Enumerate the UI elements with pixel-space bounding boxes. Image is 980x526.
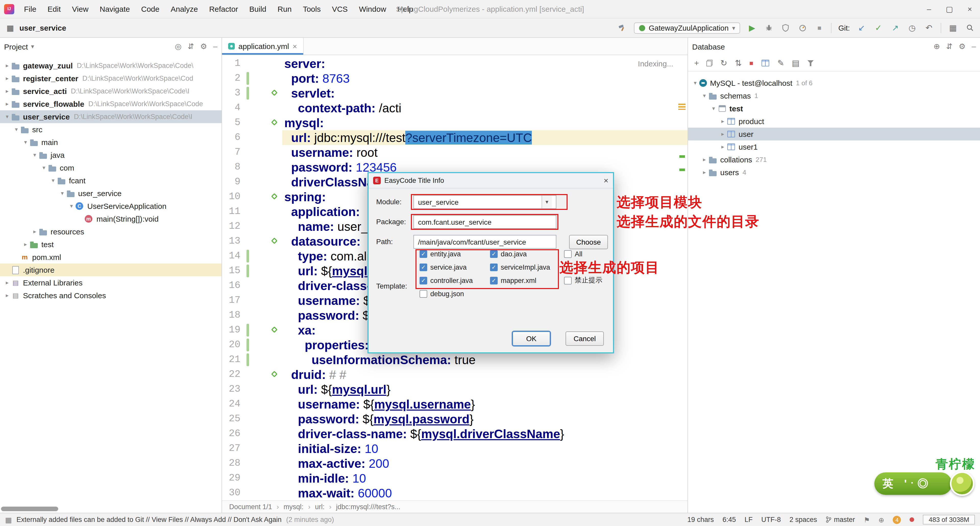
- run-configuration-select[interactable]: GatewayZuulApplication ▾: [634, 22, 740, 33]
- editor-line[interactable]: 30 max-wait: 60000: [222, 486, 687, 500]
- minimize-icon[interactable]: –: [919, 0, 939, 18]
- file-encoding[interactable]: UTF-8: [761, 516, 781, 523]
- project-tree-item[interactable]: .gitignore: [0, 263, 221, 276]
- globe-icon[interactable]: ⊕: [878, 515, 884, 524]
- checkbox-checked-icon[interactable]: ✓: [490, 263, 498, 271]
- path-input[interactable]: /main/java/com/fcant/user_service: [414, 235, 556, 249]
- editor-line[interactable]: 3 servlet:: [222, 86, 687, 100]
- project-tree-item[interactable]: ▾CUserServiceApplication: [0, 200, 221, 212]
- project-tree-item[interactable]: ▸test: [0, 238, 221, 251]
- editor-line[interactable]: 4 context-path: /acti: [222, 100, 687, 115]
- project-tree-item[interactable]: ▾fcant: [0, 174, 221, 187]
- menu-vcs[interactable]: VCS: [326, 0, 353, 18]
- chevron-right-icon[interactable]: ▸: [719, 118, 727, 124]
- chevron-right-icon[interactable]: ▸: [3, 88, 11, 94]
- editor-line[interactable]: 21 useInformationSchema: true: [222, 352, 687, 367]
- menu-tools[interactable]: Tools: [298, 0, 326, 18]
- project-tree-item[interactable]: ▾main: [0, 136, 221, 148]
- project-tree-item[interactable]: ▾user_serviceD:\LinkSpace\Work\WorkSpace…: [0, 110, 221, 123]
- fold-marker-icon[interactable]: [271, 89, 277, 96]
- coverage-shield-icon[interactable]: [781, 24, 791, 32]
- duplicate-icon[interactable]: [707, 60, 713, 66]
- build-hammer-icon[interactable]: [617, 24, 627, 32]
- project-tree-item[interactable]: ▾java: [0, 148, 221, 161]
- edit-pencil-icon[interactable]: ✎: [777, 58, 784, 68]
- chevron-down-icon[interactable]: ▾: [67, 203, 76, 209]
- project-tree-item[interactable]: ▸▤External Libraries: [0, 276, 221, 289]
- checkbox-unchecked-icon[interactable]: [420, 290, 427, 298]
- chevron-down-icon[interactable]: ▾: [3, 113, 11, 120]
- chevron-right-icon[interactable]: ▸: [30, 228, 39, 235]
- editor-line[interactable]: 25 password: ${mysql.password}: [222, 411, 687, 426]
- add-datasource-icon[interactable]: +: [694, 59, 699, 68]
- menu-edit[interactable]: Edit: [42, 0, 66, 18]
- sync-icon[interactable]: ⇅: [735, 58, 742, 68]
- char-count[interactable]: 19 chars: [687, 516, 714, 523]
- collapse-all-icon[interactable]: ⇵: [946, 42, 953, 51]
- checkbox-checked-icon[interactable]: ✓: [420, 250, 427, 258]
- menu-build[interactable]: Build: [244, 0, 272, 18]
- chevron-down-icon[interactable]: ▾: [58, 190, 66, 197]
- maximize-icon[interactable]: ▢: [939, 0, 959, 18]
- flag-icon[interactable]: ⚑: [864, 515, 870, 524]
- project-tree-item[interactable]: ▸service_actiD:\LinkSpace\Work\WorkSpace…: [0, 85, 221, 97]
- chevron-down-icon[interactable]: ▾: [12, 126, 21, 133]
- menu-analyze[interactable]: Analyze: [165, 0, 204, 18]
- template-checkbox[interactable]: ✓mapper.xml: [490, 275, 550, 285]
- gear-icon[interactable]: ⚙: [200, 42, 207, 51]
- chevron-down-icon[interactable]: ▾: [21, 139, 30, 145]
- chevron-down-icon[interactable]: ▾: [31, 43, 34, 50]
- chevron-right-icon[interactable]: ▸: [3, 279, 11, 286]
- chevron-right-icon[interactable]: ▸: [700, 156, 708, 163]
- template-checkbox[interactable]: ✓serviceImpl.java: [490, 262, 550, 272]
- git-push-icon[interactable]: ↗: [890, 23, 900, 33]
- collapse-all-icon[interactable]: ⇵: [188, 42, 194, 51]
- checkbox-checked-icon[interactable]: ✓: [490, 250, 498, 258]
- chevron-right-icon[interactable]: ▸: [719, 143, 727, 150]
- chevron-down-icon[interactable]: ▾: [691, 80, 699, 86]
- project-tree-item[interactable]: ▸▤Scratches and Consoles: [0, 289, 221, 302]
- fold-marker-icon[interactable]: [271, 237, 277, 244]
- editor-line[interactable]: 2 port: 8763: [222, 71, 687, 86]
- breadcrumb-item[interactable]: mysql:: [283, 503, 304, 511]
- git-branch[interactable]: master: [826, 516, 855, 523]
- fold-marker-icon[interactable]: [271, 119, 277, 125]
- notifications-badge[interactable]: 4: [893, 515, 901, 524]
- chevron-right-icon[interactable]: ▸: [3, 62, 11, 69]
- profiler-gauge-icon[interactable]: [797, 24, 808, 32]
- checkbox-unchecked-icon[interactable]: [564, 277, 572, 284]
- editor-line[interactable]: 1server:: [222, 56, 687, 71]
- cancel-button[interactable]: Cancel: [566, 332, 604, 346]
- checkbox-checked-icon[interactable]: ✓: [420, 263, 427, 271]
- chevron-down-icon[interactable]: ▾: [542, 196, 552, 208]
- db-tree-item[interactable]: ▾MySQL - test@localhost1 of 6: [688, 77, 980, 89]
- table-icon[interactable]: [761, 59, 770, 67]
- rollback-icon[interactable]: ↶: [924, 23, 934, 33]
- hide-panel-icon[interactable]: –: [972, 42, 976, 51]
- dialog-titlebar[interactable]: E EasyCode Title Info ×: [369, 173, 613, 188]
- template-checkbox[interactable]: ✓entity.java: [420, 249, 473, 259]
- fold-marker-icon[interactable]: [271, 193, 277, 199]
- template-checkbox[interactable]: 禁止提示: [564, 275, 602, 285]
- chevron-down-icon[interactable]: ▾: [40, 164, 48, 171]
- dialog-close-icon[interactable]: ×: [604, 176, 608, 185]
- menu-code[interactable]: Code: [135, 0, 165, 18]
- db-tree-item[interactable]: ▸user1: [688, 140, 980, 153]
- project-tree-item[interactable]: ▸service_flowableD:\LinkSpace\Work\WorkS…: [0, 97, 221, 110]
- checkbox-unchecked-icon[interactable]: [564, 250, 572, 258]
- module-select[interactable]: user_service ▾: [414, 195, 556, 209]
- editor-line[interactable]: 24 username: ${mysql.username}: [222, 397, 687, 411]
- line-separator[interactable]: LF: [745, 516, 752, 523]
- chevron-right-icon[interactable]: ▸: [700, 169, 708, 176]
- chevron-right-icon[interactable]: ▸: [3, 75, 11, 82]
- menu-window[interactable]: Window: [353, 0, 392, 18]
- db-tree-item[interactable]: ▸product: [688, 115, 980, 128]
- project-tree-item[interactable]: mpom.xml: [0, 251, 221, 263]
- locate-file-icon[interactable]: ◎: [175, 42, 181, 51]
- search-everywhere-icon[interactable]: [965, 24, 975, 32]
- menu-run[interactable]: Run: [272, 0, 298, 18]
- editor-line[interactable]: 28 max-active: 200: [222, 456, 687, 471]
- db-tree-item[interactable]: ▾test: [688, 102, 980, 115]
- close-icon[interactable]: ×: [959, 0, 980, 18]
- toolwindow-stripe-icon[interactable]: ▦: [5, 23, 15, 32]
